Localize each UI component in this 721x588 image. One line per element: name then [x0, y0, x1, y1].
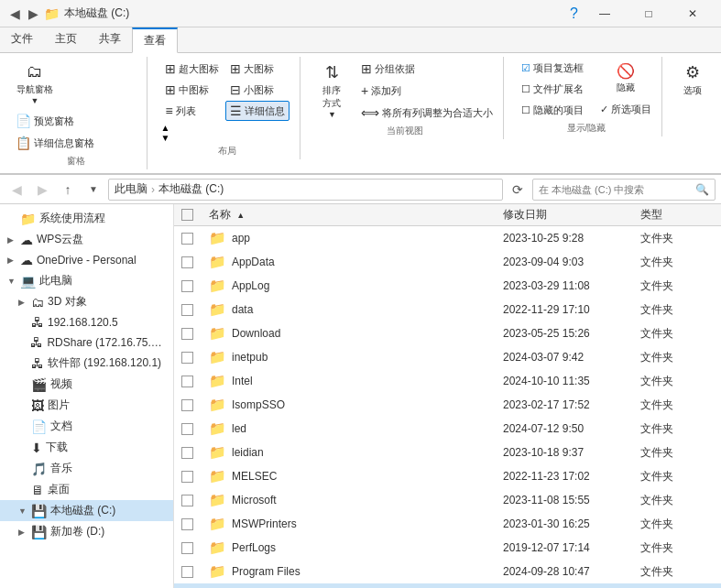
row-checkbox[interactable]	[181, 518, 193, 530]
sort-button[interactable]: ⇅ 排序方式 ▼	[313, 59, 351, 123]
row-checkbox[interactable]	[181, 566, 193, 578]
row-checkbox[interactable]	[181, 352, 193, 364]
tab-file[interactable]: 文件	[0, 27, 44, 52]
row-checkbox[interactable]	[181, 399, 193, 411]
row-checkbox[interactable]	[181, 304, 193, 316]
row-checkbox[interactable]	[181, 495, 193, 506]
sidebar-item-thispc[interactable]: ▼ 💻 此电脑	[0, 270, 173, 291]
sidebar-item-pictures[interactable]: 🖼 图片	[0, 395, 173, 416]
extralarge-icon-button[interactable]: ⊞ 超大图标	[160, 59, 224, 79]
search-input[interactable]	[539, 184, 692, 195]
item-checkbox-toggle[interactable]: ☑ 项目复选框	[517, 59, 588, 78]
sidebar-item-label: 音乐	[50, 461, 72, 476]
help-button[interactable]: ?	[570, 5, 578, 22]
col-date-header[interactable]: 修改日期	[503, 207, 640, 223]
sidebar-item-wps[interactable]: ▶ ☁ WPS云盘	[0, 229, 173, 250]
file-list-header: 名称 ▲ 修改日期 类型	[174, 204, 721, 226]
small-icon-button[interactable]: ⊟ 小图标	[225, 80, 289, 100]
folder-icon: 📁	[209, 325, 226, 342]
file-row[interactable]: 📁data2022-11-29 17:10文件夹	[174, 298, 721, 321]
layout-down[interactable]: ▼	[160, 133, 169, 143]
folder-icon: 📁	[209, 301, 226, 318]
hide-button[interactable]: 🚫 隐藏	[595, 59, 656, 98]
sidebar-item-onedrive[interactable]: ▶ ☁ OneDrive - Personal	[0, 250, 173, 270]
row-checkbox[interactable]	[181, 542, 193, 554]
file-row[interactable]: 📁led2024-07-12 9:50文件夹	[174, 417, 721, 441]
nav-pane-arrow: ▼	[31, 96, 39, 105]
minimize-button[interactable]: —	[584, 0, 626, 27]
back-icon[interactable]: ◀	[7, 6, 22, 21]
file-row[interactable]: 📁AppLog2023-03-29 11:08文件夹	[174, 274, 721, 298]
file-row[interactable]: 📁IsompSSO2023-02-17 17:52文件夹	[174, 393, 721, 417]
nav-pane-button[interactable]: 🗂 导航窗格 ▼	[11, 59, 59, 109]
back-button[interactable]: ◀	[5, 179, 27, 201]
col-name-header[interactable]: 名称 ▲	[209, 207, 503, 223]
medium-icon-button[interactable]: ⊞ 中图标	[160, 80, 224, 100]
file-row[interactable]: 📁MSWPrinters2023-01-30 16:25文件夹	[174, 512, 721, 536]
row-checkbox[interactable]	[181, 328, 193, 340]
file-row[interactable]: 📁PerfLogs2019-12-07 17:14文件夹	[174, 536, 721, 560]
fit-columns-button[interactable]: ⟺ 将所有列调整为合适大小	[356, 103, 497, 123]
file-row[interactable]: 📁inetpub2024-03-07 9:42文件夹	[174, 345, 721, 369]
row-checkbox[interactable]	[181, 423, 193, 435]
forward-button[interactable]: ▶	[31, 179, 53, 201]
list-button[interactable]: ≡ 列表	[160, 101, 224, 121]
file-row[interactable]: 📁AppData2023-09-04 9:03文件夹	[174, 250, 721, 274]
sidebar-item-software[interactable]: 🖧 软件部 (192.168.120.1)	[0, 353, 173, 374]
row-checkbox[interactable]	[181, 233, 193, 245]
up-button[interactable]: ↑	[57, 179, 79, 201]
select-all-checkbox[interactable]	[181, 209, 193, 221]
row-name-col: 📁Program Files	[209, 563, 503, 580]
sidebar-item-3d[interactable]: ▶ 🗂 3D 对象	[0, 291, 173, 312]
hidden-items-toggle[interactable]: ☐ 隐藏的项目	[517, 101, 588, 120]
file-row[interactable]: 📁app2023-10-25 9:28文件夹	[174, 226, 721, 250]
row-checkbox[interactable]	[181, 256, 193, 268]
file-row[interactable]: 📁Download2023-05-25 15:26文件夹	[174, 321, 721, 345]
sidebar-item-music[interactable]: 🎵 音乐	[0, 458, 173, 479]
selected-items-button[interactable]: ✓ 所选项目	[595, 100, 656, 119]
sidebar-item-docs[interactable]: 📄 文档	[0, 416, 173, 437]
maximize-button[interactable]: □	[628, 0, 670, 27]
row-checkbox[interactable]	[181, 471, 193, 483]
refresh-button[interactable]: ⟳	[507, 179, 529, 201]
file-row[interactable]: 📁leidian2023-10-18 9:37文件夹	[174, 441, 721, 464]
group-by-button[interactable]: ⊞ 分组依据	[356, 59, 497, 79]
file-row[interactable]: 📁Intel2024-10-10 11:35文件夹	[174, 369, 721, 393]
row-checkbox[interactable]	[181, 376, 193, 387]
row-checkbox[interactable]	[181, 280, 193, 292]
file-row[interactable]: 📁Microsoft2023-11-08 15:55文件夹	[174, 488, 721, 512]
sidebar-item-label: 软件部 (192.168.120.1)	[48, 355, 161, 371]
sidebar-item-c-drive[interactable]: ▼ 💾 本地磁盘 (C:)	[0, 500, 173, 521]
file-row[interactable]: ✓📁Program Files (x86)2024-08-30 18:13文件夹	[174, 583, 721, 588]
sidebar-item-d-drive[interactable]: ▶ 💾 新加卷 (D:)	[0, 521, 173, 542]
sidebar-item-desktop[interactable]: 🖥 桌面	[0, 479, 173, 500]
address-path[interactable]: 此电脑 › 本地磁盘 (C:)	[108, 179, 503, 201]
sidebar-item-192[interactable]: 🖧 192.168.120.5	[0, 312, 173, 332]
file-ext-toggle[interactable]: ☐ 文件扩展名	[517, 80, 588, 99]
layout-up[interactable]: ▲	[160, 123, 169, 133]
add-column-button[interactable]: + 添加列	[356, 81, 497, 101]
sidebar-item-video[interactable]: 🎬 视频	[0, 374, 173, 395]
col-type-header[interactable]: 类型	[640, 207, 714, 223]
search-box[interactable]: 🔍	[532, 179, 716, 201]
sidebar-item-rdshare[interactable]: 🖧 RDShare (172.16.75.165)	[0, 332, 173, 353]
close-button[interactable]: ✕	[672, 0, 714, 27]
tab-home[interactable]: 主页	[44, 27, 88, 52]
file-row[interactable]: 📁Program Files2024-09-28 10:47文件夹	[174, 560, 721, 583]
row-checkbox[interactable]	[181, 447, 193, 459]
header-checkbox-col[interactable]	[181, 209, 209, 221]
sidebar-item-flow[interactable]: 📁 系统使用流程	[0, 208, 173, 229]
tab-share[interactable]: 共享	[88, 27, 132, 52]
options-button[interactable]: ⚙ 选项	[675, 59, 710, 108]
row-date-col: 2023-09-04 9:03	[503, 256, 640, 268]
details-pane-button[interactable]: 📋 详细信息窗格	[11, 133, 99, 153]
preview-pane-button[interactable]: 📄 预览窗格	[11, 111, 99, 131]
tab-view[interactable]: 查看	[132, 27, 178, 53]
details-view-button[interactable]: ☰ 详细信息	[225, 101, 289, 121]
file-row[interactable]: 📁MELSEC2022-11-23 17:02文件夹	[174, 464, 721, 488]
forward-icon[interactable]: ▶	[26, 6, 40, 21]
recent-paths-button[interactable]: ▼	[82, 179, 104, 201]
download-icon: ⬇	[31, 441, 42, 455]
sidebar-item-downloads[interactable]: ⬇ 下载	[0, 437, 173, 458]
large-icon-button[interactable]: ⊞ 大图标	[225, 59, 289, 79]
